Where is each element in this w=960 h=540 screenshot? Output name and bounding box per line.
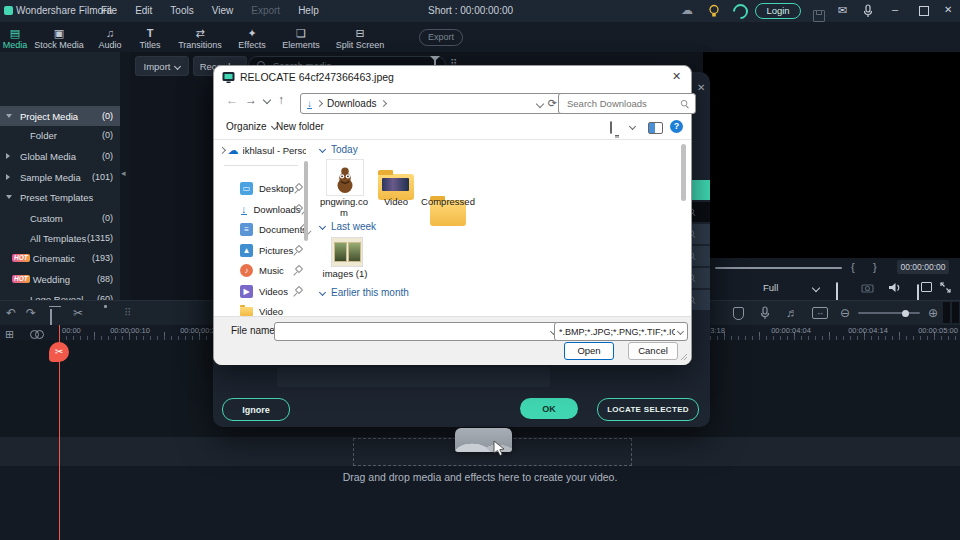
locate-selected-button[interactable]: LOCATE SELECTED: [597, 398, 699, 421]
split-scissors-icon[interactable]: ✂: [73, 307, 83, 319]
speaker-icon[interactable]: [888, 282, 901, 293]
sidebar-item-cinematic[interactable]: HOT Cinematic(193): [0, 248, 120, 268]
maximize-button[interactable]: [919, 6, 929, 16]
add-to-track-icon[interactable]: ⊞: [5, 329, 14, 340]
preview-pane-toggle-icon[interactable]: [648, 122, 663, 134]
timeline-zoom-slider[interactable]: [858, 312, 920, 314]
login-button[interactable]: Login: [755, 3, 801, 19]
tree-scrollbar[interactable]: [304, 161, 308, 241]
file-name-combobox[interactable]: [274, 322, 561, 341]
lightbulb-icon[interactable]: [708, 4, 720, 18]
menu-help[interactable]: Help: [289, 5, 328, 16]
ok-button[interactable]: OK: [520, 398, 578, 419]
snapshot-camera-icon[interactable]: [861, 282, 874, 293]
minimize-button[interactable]: –: [892, 4, 898, 15]
nav-up-icon[interactable]: ↑: [278, 93, 284, 107]
record-voiceover-icon[interactable]: [760, 306, 770, 320]
sync-avatar-icon[interactable]: [730, 1, 751, 22]
breadcrumb-downloads[interactable]: Downloads: [327, 98, 376, 109]
tab-transitions[interactable]: ⇄ Transitions: [173, 26, 227, 50]
menu-edit[interactable]: Edit: [126, 5, 161, 16]
chevron-down-icon[interactable]: [812, 284, 820, 292]
file-pngwing-label[interactable]: pngwing.com: [317, 197, 371, 219]
audio-mixer-icon[interactable]: ♬: [786, 307, 798, 319]
sidebar-item-folder[interactable]: Folder(0): [0, 125, 120, 145]
file-type-select[interactable]: *.BMP;*.JPG;*.PNG;*.TIF;*.ICO;*.DI: [554, 322, 688, 341]
new-folder-button[interactable]: New folder: [276, 121, 324, 132]
save-icon[interactable]: [813, 10, 825, 22]
organize-menu[interactable]: Organize: [226, 121, 277, 132]
zoom-in-icon[interactable]: ⊕: [928, 307, 938, 319]
expander-icon[interactable]: [6, 174, 10, 180]
sidebar-item-all-templates[interactable]: All Templates(1315): [0, 228, 120, 248]
tab-stock-media[interactable]: ▣ Stock Media: [32, 26, 86, 50]
relocate-close-icon[interactable]: ✕: [697, 82, 705, 93]
expander-icon[interactable]: [6, 114, 12, 118]
expand-chevron-icon[interactable]: [219, 147, 226, 154]
sidebar-item-custom[interactable]: Custom(0): [0, 208, 120, 228]
zoom-slider-handle[interactable]: [902, 310, 909, 317]
group-header-last-week[interactable]: Last week: [320, 221, 376, 232]
marker-icon[interactable]: [733, 307, 744, 320]
tree-item-desktop[interactable]: ▭ Desktop: [214, 179, 306, 197]
refresh-icon[interactable]: ⟳: [548, 97, 557, 110]
address-bar[interactable]: ↓ Downloads ⟳: [300, 93, 564, 114]
menu-file[interactable]: File: [92, 5, 126, 16]
undo-icon[interactable]: ↶: [6, 307, 16, 319]
view-options-icon[interactable]: [610, 121, 612, 134]
file-images-thumbnail[interactable]: [331, 237, 363, 267]
tab-titles[interactable]: T Titles: [123, 26, 177, 50]
menu-tools[interactable]: Tools: [161, 5, 202, 16]
fit-timeline-icon[interactable]: ↔: [812, 307, 828, 319]
preview-zoom-select[interactable]: Full: [763, 282, 778, 293]
close-button[interactable]: ✕: [944, 5, 952, 15]
display-device-icon[interactable]: [836, 282, 838, 301]
expander-icon[interactable]: [6, 153, 10, 159]
help-icon[interactable]: ?: [670, 120, 683, 133]
resize-grip[interactable]: [680, 353, 688, 361]
import-button[interactable]: Import: [135, 56, 189, 76]
tree-item-onedrive[interactable]: ☁ ikhlasul - Person: [214, 141, 306, 159]
open-button[interactable]: Open: [564, 342, 614, 360]
file-video-label[interactable]: Video: [369, 197, 423, 208]
menu-view[interactable]: View: [203, 5, 243, 16]
sidebar-item-global-media[interactable]: Global Media(0): [0, 146, 120, 166]
dialog-search-input[interactable]: [565, 97, 680, 110]
nav-history-chevron-icon[interactable]: [263, 96, 271, 104]
tab-split-screen[interactable]: ⊟ Split Screen: [330, 26, 390, 50]
tree-item-downloads[interactable]: ↓ Downloads: [214, 200, 306, 218]
tree-item-music[interactable]: ♪ Music: [214, 261, 306, 279]
group-header-today[interactable]: Today: [320, 144, 358, 155]
file-pngwing-thumbnail[interactable]: [326, 159, 364, 196]
collapse-left-icon[interactable]: ◂: [121, 168, 126, 178]
ignore-button[interactable]: Ignore: [222, 398, 290, 421]
preview-seekbar[interactable]: [715, 267, 842, 269]
playhead-scissors-handle[interactable]: ✂: [49, 342, 69, 362]
mark-in-icon[interactable]: {: [851, 262, 855, 273]
sidebar-item-preset-templates[interactable]: Preset Templates: [0, 187, 120, 207]
tree-item-videos[interactable]: ▶ Videos: [214, 282, 306, 300]
sidebar-item-sample-media[interactable]: Sample Media(101): [0, 167, 120, 187]
mail-icon[interactable]: ✉: [838, 5, 847, 16]
file-images-label[interactable]: images (1): [318, 269, 372, 280]
expander-icon[interactable]: [6, 195, 12, 199]
address-dropdown-icon[interactable]: [536, 99, 544, 107]
file-list-scrollbar[interactable]: [681, 144, 686, 201]
sidebar-item-project-media[interactable]: Project Media(0): [0, 106, 120, 126]
tab-elements[interactable]: ❏ Elements: [274, 26, 328, 50]
file-compressed-label[interactable]: Compressed: [421, 197, 475, 208]
cloud-icon[interactable]: ☁: [681, 4, 693, 16]
dialog-search-box[interactable]: [558, 93, 696, 114]
keyframe-grid-icon[interactable]: ⠿: [124, 308, 131, 318]
menu-export[interactable]: Export: [242, 5, 289, 16]
cancel-button[interactable]: Cancel: [628, 342, 678, 360]
group-header-earlier-this-month[interactable]: Earlier this month: [320, 287, 409, 298]
redo-icon[interactable]: ↷: [26, 307, 36, 319]
sidebar-item-wedding[interactable]: HOT Wedding(88): [0, 269, 120, 289]
view-options-chevron-icon[interactable]: [629, 123, 636, 130]
zoom-out-icon[interactable]: ⊖: [840, 307, 850, 319]
tree-item-pictures[interactable]: ▲ Pictures: [214, 241, 306, 259]
nav-forward-icon[interactable]: →: [245, 93, 257, 107]
file-name-input[interactable]: [279, 325, 551, 338]
nav-back-icon[interactable]: ←: [226, 93, 238, 107]
